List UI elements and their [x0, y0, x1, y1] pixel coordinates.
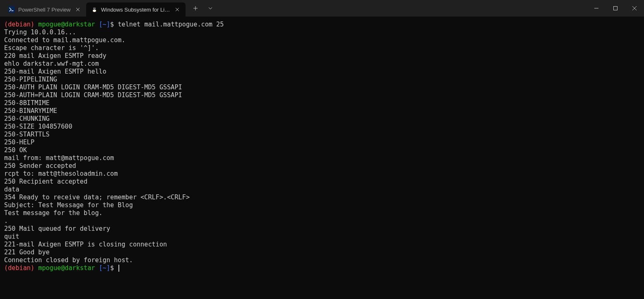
output-line: Connection closed by foreign host. [4, 256, 133, 264]
output-line: 250-AUTH=PLAIN LOGIN CRAM-MD5 DIGEST-MD5… [4, 91, 182, 99]
tab-title: PowerShell 7 Preview [18, 7, 71, 13]
output-line: data [4, 186, 19, 193]
svg-rect-7 [614, 7, 617, 10]
tab-wsl[interactable]: Windows Subsystem for Linux P [86, 2, 186, 17]
tab-close-button[interactable] [174, 6, 181, 13]
output-line: 250-CHUNKING [4, 115, 50, 122]
prompt-distro: (debian) [4, 21, 34, 28]
output-line: 250-PIPELINING [4, 76, 57, 83]
tab-actions [186, 0, 217, 17]
output-line: 250-BINARYMIME [4, 107, 57, 115]
output-line: Trying 10.0.0.16... [4, 29, 76, 36]
tab-dropdown-button[interactable] [204, 2, 217, 15]
output-line: 250-mail Axigen ESMTP hello [4, 68, 106, 75]
prompt-user: mpogue@darkstar [38, 264, 95, 272]
output-line: 250 Mail queued for delivery [4, 225, 110, 232]
minimize-button[interactable] [587, 0, 606, 17]
tux-icon [91, 6, 98, 13]
output-line: 220 mail Axigen ESMTP ready [4, 52, 106, 60]
output-line: Test message for the blog. [4, 209, 103, 217]
command-text: telnet mail.mattpogue.com 25 [118, 21, 224, 28]
titlebar[interactable]: PowerShell 7 Preview Windows Subsystem f… [0, 0, 644, 17]
output-line: . [4, 217, 8, 225]
prompt-distro: (debian) [4, 264, 34, 272]
tab-powershell[interactable]: PowerShell 7 Preview [3, 2, 86, 17]
output-line: Connected to mail.mattpogue.com. [4, 36, 125, 44]
output-line: Escape character is '^]'. [4, 44, 99, 52]
prompt-path: [~] [99, 264, 110, 272]
prompt-dollar: $ [110, 264, 114, 272]
prompt-path: [~] [99, 21, 110, 28]
tab-title: Windows Subsystem for Linux P [101, 7, 171, 13]
output-line: 250-STARTTLS [4, 131, 50, 138]
terminal-area[interactable]: (debian) mpogue@darkstar [~]$ telnet mai… [0, 17, 644, 299]
svg-rect-0 [8, 6, 15, 13]
cursor [118, 265, 119, 272]
output-line: 250 Recipient accepted [4, 178, 87, 185]
output-line: 221 Good bye [4, 249, 50, 256]
output-line: 250-8BITMIME [4, 99, 50, 107]
new-tab-button[interactable] [189, 2, 202, 15]
maximize-button[interactable] [606, 0, 625, 17]
prompt-user: mpogue@darkstar [38, 21, 95, 28]
output-line: 354 Ready to receive data; remember <CRL… [4, 194, 190, 201]
tab-close-button[interactable] [75, 6, 81, 13]
svg-point-6 [95, 8, 95, 9]
output-line: quit [4, 233, 19, 240]
close-button[interactable] [625, 0, 644, 17]
output-line: rcpt to: matt@thesoloadmin.com [4, 170, 118, 177]
output-line: mail from: matt@mattpogue.com [4, 154, 114, 162]
svg-point-2 [93, 10, 96, 12]
output-line: Subject: Test Message for the Blog [4, 201, 133, 209]
titlebar-drag-area[interactable] [217, 0, 587, 17]
output-line: 250-AUTH PLAIN LOGIN CRAM-MD5 DIGEST-MD5… [4, 84, 182, 91]
window-controls [587, 0, 644, 17]
output-line: ehlo darkstar.wwf-mgt.com [4, 60, 99, 67]
output-line: 221-mail Axigen ESMTP is closing connect… [4, 241, 167, 248]
prompt-dollar: $ [110, 21, 114, 28]
tabs-container: PowerShell 7 Preview Windows Subsystem f… [0, 0, 186, 17]
powershell-icon [8, 6, 15, 13]
output-line: 250 OK [4, 146, 27, 154]
svg-point-5 [94, 8, 94, 9]
output-line: 250-HELP [4, 139, 34, 146]
output-line: 250-SIZE 104857600 [4, 123, 72, 130]
output-line: 250 Sender accepted [4, 162, 76, 170]
